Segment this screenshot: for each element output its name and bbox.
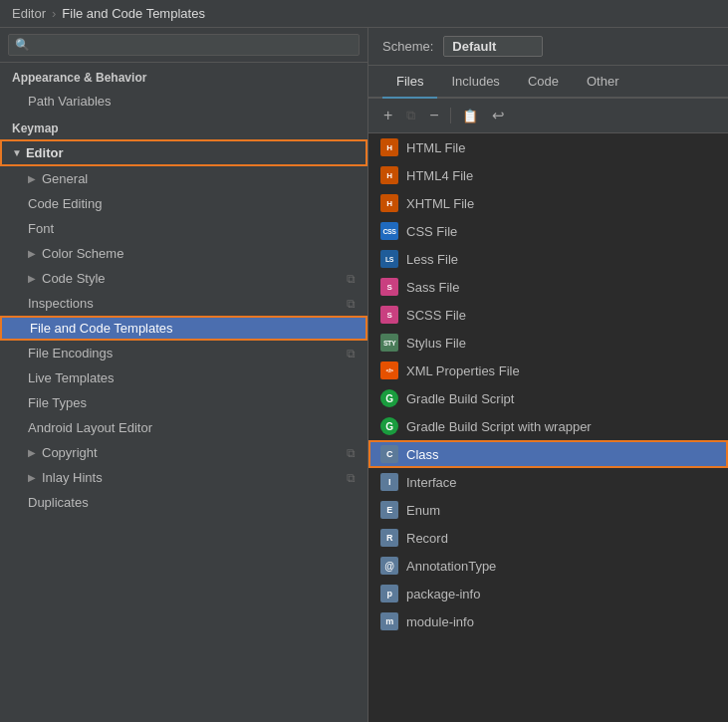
sidebar-item-inlay-hints[interactable]: ▶ Inlay Hints ⧉ [0, 465, 367, 490]
template-item-xhtml-file[interactable]: H XHTML File [368, 189, 728, 217]
breadcrumb-current: File and Code Templates [62, 6, 205, 21]
html4-file-icon: H [380, 166, 398, 184]
remove-template-button[interactable]: − [424, 105, 443, 126]
tab-other[interactable]: Other [573, 66, 633, 99]
toolbar-separator [450, 108, 451, 123]
sidebar-item-duplicates[interactable]: Duplicates [0, 490, 367, 515]
sidebar-item-copyright[interactable]: ▶ Copyright ⧉ [0, 440, 367, 465]
template-item-xml-file[interactable]: </> XML Properties File [368, 357, 728, 384]
tabs-row: Files Includes Code Other [368, 66, 728, 99]
template-item-module-info[interactable]: m module-info [368, 607, 728, 635]
sidebar-item-label: Inlay Hints [42, 470, 103, 485]
sidebar-item-font[interactable]: Font [0, 216, 367, 241]
sidebar-item-editor[interactable]: ▼ Editor [0, 139, 367, 166]
sidebar-item-label: File and Code Templates [30, 321, 173, 336]
sidebar-item-live-templates[interactable]: Live Templates [0, 365, 367, 390]
template-item-scss-file[interactable]: S SCSS File [368, 301, 728, 329]
sidebar-item-label: Font [28, 221, 54, 236]
copy-template-button[interactable]: ⧉ [401, 106, 420, 125]
template-label: Gradle Build Script with wrapper [406, 419, 592, 434]
template-label: package-info [406, 587, 480, 602]
copy-icon: ⧉ [347, 297, 356, 311]
tab-files[interactable]: Files [382, 66, 437, 99]
annotation-icon: @ [380, 557, 398, 575]
stylus-file-icon: STY [380, 334, 398, 352]
template-label: Record [406, 531, 448, 546]
gradle-wrapper-icon: G [380, 417, 398, 435]
package-info-icon: p [380, 585, 398, 602]
template-item-html4-file[interactable]: H HTML4 File [368, 161, 728, 189]
sidebar-item-label: General [42, 171, 88, 186]
sidebar-item-file-encodings[interactable]: File Encodings ⧉ [0, 341, 367, 365]
template-item-gradle-build[interactable]: G Gradle Build Script [368, 384, 728, 412]
sidebar-item-label: Inspections [28, 296, 94, 311]
html-file-icon: H [380, 138, 398, 156]
interface-icon: I [380, 473, 398, 491]
module-info-icon: m [380, 612, 398, 630]
scheme-select[interactable]: Default [443, 36, 543, 57]
sidebar-item-inspections[interactable]: Inspections ⧉ [0, 291, 367, 316]
template-item-stylus-file[interactable]: STY Stylus File [368, 329, 728, 357]
search-input[interactable] [34, 38, 353, 52]
sidebar-item-path-variables[interactable]: Path Variables [0, 89, 367, 114]
template-item-less-file[interactable]: LS Less File [368, 245, 728, 273]
class-icon: C [380, 445, 398, 463]
template-label: Sass File [406, 280, 459, 295]
sidebar-item-file-types[interactable]: File Types [0, 390, 367, 415]
template-item-html-file[interactable]: H HTML File [368, 133, 728, 161]
template-item-css-file[interactable]: CSS CSS File [368, 217, 728, 245]
right-panel: Scheme: Default Files Includes Code Othe… [368, 28, 728, 722]
sidebar-item-file-code-templates[interactable]: File and Code Templates [0, 316, 367, 341]
copy-icon: ⧉ [347, 272, 356, 286]
template-label: CSS File [406, 224, 457, 239]
template-item-record[interactable]: R Record [368, 524, 728, 552]
sidebar-item-android-layout[interactable]: Android Layout Editor [0, 415, 367, 440]
breadcrumb-separator: › [52, 6, 56, 21]
scss-file-icon: S [380, 306, 398, 324]
copy-icon: ⧉ [347, 347, 356, 361]
search-wrapper: 🔍 [8, 34, 360, 56]
less-file-icon: LS [380, 250, 398, 268]
tab-includes[interactable]: Includes [437, 66, 513, 99]
template-label: Less File [406, 252, 458, 267]
template-item-sass-file[interactable]: S Sass File [368, 273, 728, 301]
template-label: Stylus File [406, 336, 466, 351]
tab-code[interactable]: Code [514, 66, 573, 99]
sidebar-item-label: Code Editing [28, 196, 102, 211]
copy-icon: ⧉ [347, 471, 356, 485]
sidebar-item-code-style[interactable]: ▶ Code Style ⧉ [0, 266, 367, 291]
sidebar-item-general[interactable]: ▶ General [0, 166, 367, 191]
template-item-enum[interactable]: E Enum [368, 496, 728, 524]
add-template-button[interactable]: + [378, 105, 397, 126]
sidebar-item-label: File Encodings [28, 346, 113, 361]
code-style-arrow-icon: ▶ [28, 273, 36, 284]
scheme-label: Scheme: [382, 39, 433, 54]
sidebar-item-label: Duplicates [28, 495, 89, 510]
reset-template-button[interactable]: ↩ [487, 105, 510, 126]
sidebar-item-label: Editor [26, 145, 64, 160]
template-item-interface[interactable]: I Interface [368, 468, 728, 496]
general-arrow-icon: ▶ [28, 173, 36, 184]
section-header-keymap: Keymap [0, 114, 367, 139]
inlay-hints-arrow-icon: ▶ [28, 472, 36, 483]
css-file-icon: CSS [380, 222, 398, 240]
template-item-gradle-wrapper[interactable]: G Gradle Build Script with wrapper [368, 412, 728, 440]
color-scheme-arrow-icon: ▶ [28, 248, 36, 259]
template-label: XML Properties File [406, 363, 520, 378]
sidebar-item-label: Android Layout Editor [28, 420, 152, 435]
search-icon: 🔍 [15, 38, 30, 52]
template-label: XHTML File [406, 196, 474, 211]
template-label: SCSS File [406, 308, 466, 323]
template-item-class[interactable]: C Class [368, 440, 728, 468]
sidebar-item-code-editing[interactable]: Code Editing [0, 191, 367, 216]
template-item-package-info[interactable]: p package-info [368, 580, 728, 607]
sidebar-item-color-scheme[interactable]: ▶ Color Scheme [0, 241, 367, 266]
sidebar-item-label: Path Variables [28, 94, 112, 109]
gradle-icon: G [380, 389, 398, 407]
export-template-button[interactable]: 📋 [457, 107, 483, 125]
xml-file-icon: </> [380, 361, 398, 379]
template-item-annotation[interactable]: @ AnnotationType [368, 552, 728, 580]
sidebar-item-label: Copyright [42, 445, 98, 460]
sidebar-item-label: File Types [28, 395, 87, 410]
template-label: HTML4 File [406, 168, 473, 183]
